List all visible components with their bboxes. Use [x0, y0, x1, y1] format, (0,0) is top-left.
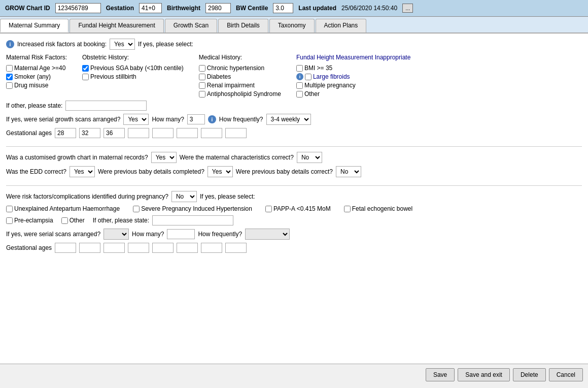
save-button[interactable]: Save — [426, 368, 455, 381]
how-many-label: How many? — [152, 116, 184, 123]
gest-age-7[interactable] — [201, 128, 222, 138]
gest-age-4[interactable] — [128, 128, 149, 138]
ellipsis-button[interactable]: ... — [402, 4, 413, 13]
gest-age-3[interactable] — [103, 128, 125, 138]
tab-birth-details[interactable]: Birth Details — [218, 19, 268, 33]
cb-diabetes-label: Diabetes — [207, 73, 231, 80]
gest-age-6[interactable] — [177, 128, 198, 138]
gest-during-8[interactable] — [225, 243, 247, 253]
cb-antiphospholipid[interactable]: Antiphospholipid Syndrome — [199, 90, 281, 98]
cb-chronic-hypertension-input[interactable] — [199, 65, 205, 72]
cb-bmi35-label: BMI >= 35 — [304, 64, 332, 72]
cb-chronic-hypertension[interactable]: Chronic hypertension — [199, 64, 281, 72]
cb-large-fibroids-input[interactable] — [305, 74, 312, 80]
maternal-correct-select[interactable]: Yes No — [297, 152, 322, 163]
info-icon-fibroids[interactable]: i — [296, 73, 303, 80]
gest-during-7[interactable] — [201, 243, 222, 253]
cb-fetal-bowel-input[interactable] — [344, 206, 351, 212]
gest-during-6[interactable] — [177, 243, 198, 253]
cb-diabetes-input[interactable] — [199, 74, 205, 80]
risk-during-label: Were risk factors/complications identifi… — [6, 193, 168, 200]
section-growth-chart: Was a customised growth chart in materna… — [6, 152, 582, 186]
cb-multiple-pregnancy[interactable]: Multiple pregnancy — [296, 82, 410, 89]
cb-smoker[interactable]: Smoker (any) — [6, 73, 67, 80]
cb-pre-eclampsia[interactable]: Pre-eclampsia — [6, 217, 53, 224]
cb-bmi35-input[interactable] — [296, 65, 303, 72]
risk-factors-select[interactable]: Yes No — [110, 39, 135, 50]
cb-smoker-input[interactable] — [6, 74, 13, 80]
save-exit-button[interactable]: Save and exit — [458, 368, 510, 381]
cb-other-fundal[interactable]: Other — [296, 90, 410, 98]
tab-fundal-height[interactable]: Fundal Height Measurement — [70, 19, 163, 33]
if-other-state-input[interactable] — [65, 101, 147, 111]
edd-correct-select[interactable]: Yes No — [70, 166, 95, 177]
gest-age-5[interactable] — [152, 128, 174, 138]
gest-age-1[interactable] — [55, 128, 76, 138]
cb-bmi35[interactable]: BMI >= 35 — [296, 64, 410, 72]
gest-during-5[interactable] — [152, 243, 174, 253]
birthweight-input[interactable] — [205, 3, 231, 13]
cb-prev-stillbirth[interactable]: Previous stillbirth — [82, 73, 184, 80]
fundal-height-col: Fundal Height Measurement Inappropriate … — [296, 54, 410, 98]
cb-renal-impairment[interactable]: Renal impairment — [199, 82, 281, 89]
cb-antiphospholipid-input[interactable] — [199, 91, 205, 98]
grow-chart-id-input[interactable] — [55, 3, 101, 13]
gestation-input[interactable] — [139, 3, 162, 13]
info-icon-booking[interactable]: i — [6, 40, 14, 48]
gest-during-4[interactable] — [128, 243, 149, 253]
gest-age-8[interactable] — [225, 128, 247, 138]
how-frequently-select[interactable]: 3-4 weekly Weekly 2 weekly — [266, 114, 311, 125]
customised-chart-select[interactable]: Yes No — [151, 152, 177, 163]
cancel-button[interactable]: Cancel — [549, 368, 583, 381]
bw-centile-label: BW Centile — [236, 5, 268, 12]
serial-scans-select[interactable]: Yes No — [123, 114, 149, 125]
cb-maternal-age-input[interactable] — [6, 65, 13, 72]
risk-during-select[interactable]: Yes No — [171, 191, 197, 202]
how-many-input[interactable] — [187, 114, 205, 124]
cb-papp-a[interactable]: PAPP-A <0.415 MoM — [265, 205, 331, 212]
tab-taxonomy[interactable]: Taxonomy — [269, 19, 315, 33]
cb-prev-sga[interactable]: Previous SGA baby (<10th centile) — [82, 64, 184, 72]
last-updated-label: Last updated — [298, 5, 336, 12]
cb-diabetes[interactable]: Diabetes — [199, 73, 281, 80]
cb-severe-pih-input[interactable] — [133, 206, 140, 212]
cb-fetal-bowel[interactable]: Fetal echogenic bowel — [344, 205, 412, 212]
cb-maternal-age-label: Maternal Age >=40 — [14, 64, 65, 72]
how-frequently-during-select[interactable]: 3-4 weekly Weekly 2 weekly — [245, 229, 290, 240]
cb-other-fundal-label: Other — [304, 90, 320, 98]
info-icon-scans[interactable]: i — [208, 115, 216, 123]
serial-scans-during-select[interactable]: Yes No — [103, 229, 129, 240]
cb-uah[interactable]: Unexplained Antepartum Haemorrhage — [6, 205, 120, 212]
if-other-comp-input[interactable] — [152, 215, 233, 225]
cb-papp-a-input[interactable] — [265, 206, 272, 212]
cb-renal-impairment-input[interactable] — [199, 82, 205, 89]
if-yes-during-label: If yes, please select: — [200, 193, 255, 200]
gest-age-2[interactable] — [79, 128, 100, 138]
prev-baby-correct-select[interactable]: Yes No — [336, 166, 361, 177]
cb-other-fundal-input[interactable] — [296, 91, 303, 98]
cb-other-comp[interactable]: Other — [61, 217, 85, 224]
tab-growth-scan[interactable]: Growth Scan — [165, 19, 217, 33]
footer: Save Save and exit Delete Cancel — [0, 364, 588, 385]
cb-uah-input[interactable] — [6, 206, 13, 212]
cb-severe-pih[interactable]: Severe Pregnancy Induced Hypertension — [133, 205, 252, 212]
gest-during-2[interactable] — [79, 243, 100, 253]
how-many-during-input[interactable] — [167, 229, 195, 239]
cb-large-fibroids[interactable]: Large fibroids — [305, 73, 350, 80]
cb-prev-stillbirth-input[interactable] — [82, 74, 89, 80]
cb-pre-eclampsia-input[interactable] — [6, 217, 13, 224]
cb-maternal-age[interactable]: Maternal Age >=40 — [6, 64, 67, 72]
gest-during-1[interactable] — [55, 243, 76, 253]
gest-during-3[interactable] — [103, 243, 125, 253]
cb-multiple-pregnancy-input[interactable] — [296, 82, 303, 89]
cb-drug-misuse-input[interactable] — [6, 82, 13, 89]
bw-centile-input[interactable] — [273, 3, 293, 13]
cb-other-comp-input[interactable] — [61, 217, 68, 224]
delete-button[interactable]: Delete — [513, 368, 546, 381]
cb-prev-sga-input[interactable] — [82, 65, 89, 72]
cb-drug-misuse[interactable]: Drug misuse — [6, 82, 67, 89]
tab-maternal-summary[interactable]: Maternal Summary — [0, 19, 68, 33]
cb-pre-eclampsia-label: Pre-eclampsia — [14, 217, 53, 224]
tab-action-plans[interactable]: Action Plans — [316, 19, 367, 33]
prev-baby-completed-select[interactable]: Yes No — [207, 166, 233, 177]
